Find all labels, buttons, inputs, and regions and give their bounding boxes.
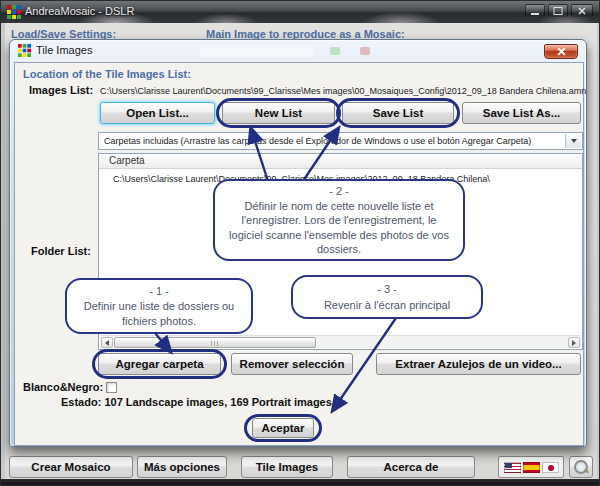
callout-2-number: - 2 - xyxy=(329,184,349,198)
status-text: Estado: 107 Landscape images, 169 Portra… xyxy=(61,396,335,408)
callout-2-text: Définir le nom de cette nouvelle liste e… xyxy=(225,199,453,256)
scroll-left-icon xyxy=(105,340,109,346)
images-list-path: C:\Users\Clarisse Laurent\Documents\99_C… xyxy=(100,86,586,96)
callout-3-text: Revenir à l'écran principal xyxy=(324,298,450,312)
magnifier-icon xyxy=(574,460,588,474)
extract-tiles-video-button[interactable]: Extraer Azulejos de un video... xyxy=(376,353,581,375)
us-flag-icon[interactable] xyxy=(504,462,521,473)
minimize-button[interactable] xyxy=(525,4,545,17)
close-icon xyxy=(578,7,586,15)
language-selector[interactable] xyxy=(498,456,564,478)
close-icon xyxy=(557,47,566,56)
thumb-grip xyxy=(211,341,219,346)
open-list-button[interactable]: Open List... xyxy=(100,102,215,124)
save-list-button[interactable]: Save List xyxy=(342,102,454,124)
folder-list-label: Folder List: xyxy=(31,245,91,257)
scroll-right-button[interactable] xyxy=(568,337,580,348)
new-list-button[interactable]: New List xyxy=(222,102,335,124)
dialog-close-button[interactable] xyxy=(544,44,578,59)
scroll-right-icon xyxy=(572,340,576,346)
more-options-button[interactable]: Más opciones xyxy=(137,456,227,478)
tile-images-button[interactable]: Tile Images xyxy=(241,456,333,478)
screen: AndreaMosaic - DSLR Load/Save Settings: … xyxy=(0,0,600,486)
japan-flag-icon[interactable] xyxy=(542,462,559,473)
window-bottom-frame xyxy=(1,479,600,486)
remove-selection-button[interactable]: Remover selección xyxy=(231,353,353,375)
folders-combobox-value: Carpetas incluidas (Arrastre las carpeta… xyxy=(104,136,531,146)
location-header: Location of the Tile Images List: xyxy=(23,68,191,80)
callout-3: - 3 - Revenir à l'écran principal xyxy=(291,275,483,319)
callout-2: - 2 - Définir le nom de cette nouvelle l… xyxy=(213,179,465,261)
app-logo-icon xyxy=(7,5,21,19)
maximize-icon xyxy=(554,7,563,15)
maximize-button[interactable] xyxy=(548,4,568,17)
glass-reflection xyxy=(330,47,340,55)
scrollbar-thumb[interactable] xyxy=(114,337,316,348)
accept-button[interactable]: Aceptar xyxy=(252,418,314,438)
dialog-client-area: Location of the Tile Images List: Images… xyxy=(14,62,584,446)
chevron-down-icon[interactable] xyxy=(565,134,581,148)
tile-images-dialog: Tile Images Location of the Tile Images … xyxy=(9,39,587,447)
glass-reflection xyxy=(360,47,370,55)
images-list-label: Images List: xyxy=(29,84,93,96)
main-window-title: AndreaMosaic - DSLR xyxy=(25,5,134,17)
dialog-mosaic-icon xyxy=(18,44,31,57)
about-button[interactable]: Acerca de xyxy=(347,456,475,478)
folder-list-column-header[interactable]: Carpeta xyxy=(99,154,582,169)
glass-reflection xyxy=(200,45,315,57)
black-white-label: Blanco&Negro: xyxy=(23,381,103,393)
dialog-title: Tile Images xyxy=(36,44,92,56)
main-window-titlebar: AndreaMosaic - DSLR xyxy=(1,1,600,23)
help-search-button[interactable] xyxy=(569,456,593,478)
create-mosaic-button[interactable]: Crear Mosaico xyxy=(9,456,133,478)
scroll-left-button[interactable] xyxy=(101,337,113,348)
folders-combobox[interactable]: Carpetas incluidas (Arrastre las carpeta… xyxy=(98,132,583,150)
callout-1: - 1 - Definir une liste de dossiers ou f… xyxy=(65,278,253,334)
callout-1-number: - 1 - xyxy=(149,284,169,298)
close-window-button[interactable] xyxy=(571,4,593,17)
spain-flag-icon[interactable] xyxy=(523,462,540,473)
callout-1-text: Definir une liste de dossiers ou fichier… xyxy=(77,299,241,328)
add-folder-button[interactable]: Agregar carpeta xyxy=(98,353,221,375)
save-list-as-button[interactable]: Save List As... xyxy=(462,102,581,124)
minimize-icon xyxy=(531,13,539,15)
black-white-checkbox[interactable] xyxy=(106,382,117,393)
callout-3-number: - 3 - xyxy=(377,282,397,296)
horizontal-scrollbar[interactable] xyxy=(100,335,581,348)
